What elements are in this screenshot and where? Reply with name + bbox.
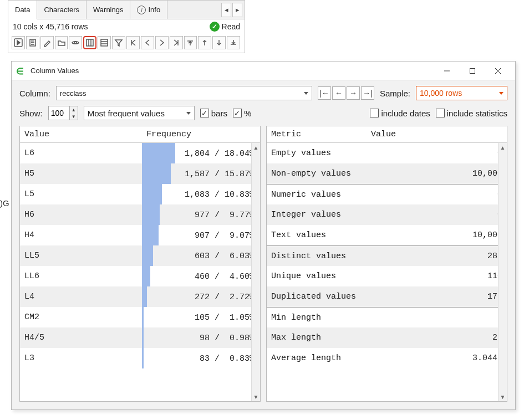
tab-scroll-left[interactable]: ◂ bbox=[221, 3, 231, 17]
cell-frequency: 977 / 9.77% bbox=[142, 204, 260, 225]
cell-value: H4 bbox=[20, 225, 142, 245]
table-row[interactable]: L51,083 / 10.83% bbox=[20, 184, 260, 204]
svg-point-2 bbox=[74, 42, 77, 44]
first-icon[interactable] bbox=[126, 36, 140, 49]
sample-select[interactable]: 10,000 rows bbox=[416, 86, 507, 100]
tab-label: Warnings bbox=[93, 6, 123, 14]
edit-icon[interactable] bbox=[40, 36, 54, 49]
mode-value: Most frequent values bbox=[88, 109, 165, 118]
table-row[interactable]: Empty values0 bbox=[267, 143, 507, 163]
tab-warnings[interactable]: Warnings bbox=[87, 1, 130, 19]
table-row[interactable]: Numeric values0 bbox=[267, 184, 507, 204]
cell-value: H4/5 bbox=[20, 327, 142, 348]
table-row[interactable]: L4 272 / 2.72% bbox=[20, 286, 260, 307]
spinner-buttons[interactable]: ▲▼ bbox=[69, 106, 78, 120]
table-row[interactable]: H51,587 / 15.87% bbox=[20, 163, 260, 184]
table-row[interactable]: H4/5 98 / 0.98% bbox=[20, 327, 260, 348]
prev-icon[interactable] bbox=[141, 36, 154, 49]
table-row[interactable]: CM2 105 / 1.05% bbox=[20, 307, 260, 327]
main-window: Data Characters Warnings i Info ◂ ▸ 10 c… bbox=[8, 0, 245, 53]
play-icon[interactable] bbox=[12, 36, 25, 49]
freq-text: 907 / 9.07% bbox=[185, 231, 255, 240]
vertical-scrollbar[interactable]: ▲ ▼ bbox=[251, 143, 260, 401]
tab-scroll-right[interactable]: ▸ bbox=[232, 3, 242, 17]
table-row[interactable]: Min length1 bbox=[267, 307, 507, 327]
tab-label: Characters bbox=[44, 6, 79, 14]
cell-frequency: 1,083 / 10.83% bbox=[142, 184, 260, 204]
spin-up[interactable]: ▲ bbox=[70, 106, 78, 113]
freq-bar bbox=[142, 266, 150, 286]
freq-text: 1,083 / 10.83% bbox=[185, 189, 255, 199]
table-row[interactable]: Unique values110 bbox=[267, 266, 507, 286]
scroll-down-icon[interactable]: ▼ bbox=[252, 392, 260, 401]
tab-label: Data bbox=[15, 6, 30, 14]
table-row[interactable]: Integer values0 bbox=[267, 204, 507, 225]
bottom-icon[interactable] bbox=[227, 36, 240, 49]
top-icon[interactable] bbox=[184, 36, 197, 49]
show-count-spinner[interactable]: ▲▼ bbox=[48, 106, 78, 120]
col-value-header[interactable]: Value bbox=[20, 126, 142, 142]
column-values-icon[interactable] bbox=[83, 36, 96, 49]
folder-icon[interactable] bbox=[55, 36, 68, 49]
sample-value: 10,000 rows bbox=[420, 89, 462, 98]
table-row[interactable]: L3 83 / 0.83% bbox=[20, 348, 260, 368]
table-row[interactable]: Non-empty values10,000 bbox=[267, 163, 507, 184]
up-icon[interactable] bbox=[198, 36, 211, 49]
cell-frequency: 98 / 0.98% bbox=[142, 327, 260, 348]
show-count-input[interactable] bbox=[48, 106, 69, 120]
tab-characters[interactable]: Characters bbox=[37, 1, 87, 19]
freq-bar bbox=[142, 204, 160, 225]
frequency-table-body: L61,804 / 18.04%H51,587 / 15.87%L51,083 … bbox=[20, 143, 260, 401]
tab-info[interactable]: i Info bbox=[130, 1, 167, 19]
col-metric-header[interactable]: Metric bbox=[267, 126, 367, 142]
rows-icon[interactable] bbox=[98, 36, 111, 49]
spin-down[interactable]: ▼ bbox=[70, 113, 78, 120]
mode-select[interactable]: Most frequent values bbox=[84, 106, 195, 120]
cell-metric-value: 10,000 bbox=[367, 163, 507, 184]
cell-metric-value: 110 bbox=[367, 266, 507, 286]
include-dates-checkbox[interactable]: include dates bbox=[370, 109, 430, 118]
include-statistics-checkbox[interactable]: include statistics bbox=[436, 109, 507, 118]
tab-data[interactable]: Data bbox=[8, 1, 37, 19]
close-button[interactable] bbox=[485, 63, 511, 79]
filter-icon[interactable] bbox=[112, 36, 125, 49]
eye-icon[interactable] bbox=[69, 36, 82, 49]
col-frequency-header[interactable]: Frequency bbox=[142, 126, 260, 142]
nav-next-button[interactable]: → bbox=[347, 86, 360, 100]
cell-metric: Non-empty values bbox=[267, 163, 367, 184]
nav-prev-button[interactable]: ← bbox=[332, 86, 345, 100]
cell-frequency: 907 / 9.07% bbox=[142, 225, 260, 245]
percent-checkbox[interactable]: % bbox=[233, 109, 251, 118]
table-row[interactable]: Distinct values288 bbox=[267, 245, 507, 266]
column-select[interactable]: recclass bbox=[56, 86, 312, 100]
clipboard-icon[interactable] bbox=[26, 36, 39, 49]
table-row[interactable]: LL5 603 / 6.03% bbox=[20, 245, 260, 266]
nav-last-button[interactable]: →| bbox=[361, 86, 374, 100]
last-icon[interactable] bbox=[170, 36, 183, 49]
next-icon[interactable] bbox=[155, 36, 169, 49]
table-row[interactable]: H4 907 / 9.07% bbox=[20, 225, 260, 245]
scroll-up-icon[interactable]: ▲ bbox=[252, 143, 260, 152]
frequency-table: Value Frequency L61,804 / 18.04%H51,587 … bbox=[19, 126, 261, 402]
table-row[interactable]: LL6 460 / 4.60% bbox=[20, 266, 260, 286]
cell-metric-value: 0 bbox=[367, 185, 507, 204]
cell-value: L3 bbox=[20, 348, 142, 368]
table-row[interactable]: Duplicated values178 bbox=[267, 286, 507, 307]
table-row[interactable]: Average length3.0443 bbox=[267, 348, 507, 368]
window-title: Column Values bbox=[30, 66, 79, 75]
down-icon[interactable] bbox=[212, 36, 226, 49]
col-metric-value-header[interactable]: Value bbox=[367, 126, 507, 142]
scroll-down-icon[interactable]: ▼ bbox=[498, 392, 507, 401]
table-row[interactable]: H6 977 / 9.77% bbox=[20, 204, 260, 225]
table-row[interactable]: Text values10,000 bbox=[267, 225, 507, 245]
bars-checkbox[interactable]: bars bbox=[200, 109, 227, 118]
table-row[interactable]: Max length23 bbox=[267, 327, 507, 348]
maximize-button[interactable] bbox=[460, 63, 485, 79]
table-row[interactable]: L61,804 / 18.04% bbox=[20, 143, 260, 163]
minimize-button[interactable] bbox=[434, 63, 460, 79]
freq-text: 1,804 / 18.04% bbox=[185, 148, 255, 158]
scroll-up-icon[interactable]: ▲ bbox=[498, 143, 507, 152]
freq-bar bbox=[142, 184, 162, 204]
vertical-scrollbar[interactable]: ▲ ▼ bbox=[498, 143, 507, 401]
nav-first-button[interactable]: |← bbox=[318, 86, 331, 100]
